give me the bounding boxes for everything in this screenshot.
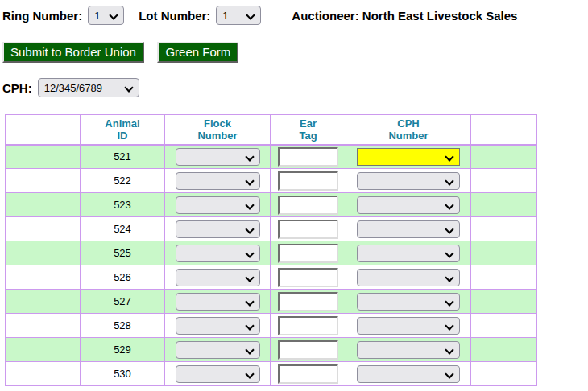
column-header-flock-number: Flock Number [165,115,271,145]
flock-number-select-wrap [176,365,260,383]
cph-number-cell [346,265,471,290]
flock-number-cell [165,145,271,169]
flock-number-select-wrap [176,196,260,214]
flock-number-select[interactable] [176,148,260,166]
flock-number-select[interactable] [176,220,260,238]
cph-number-select-wrap [357,341,460,359]
flock-number-select-wrap [176,220,260,238]
action-buttons: Submit to Border Union Green Form [2,42,588,63]
table-header-row: Animal IDFlock NumberEar TagCPH Number [6,115,537,145]
row-spacer-cell-right [471,265,537,290]
cph-number-select[interactable] [357,293,460,311]
ear-tag-input[interactable] [278,316,338,335]
flock-number-cell [165,314,271,338]
ear-tag-input[interactable] [278,292,338,311]
table-row: 526 [6,265,537,290]
column-header-animal-id: Animal ID [81,115,165,145]
flock-number-cell [165,193,271,217]
flock-number-select-wrap [176,172,260,190]
cph-number-cell [346,290,471,314]
flock-number-select[interactable] [176,293,260,311]
ear-tag-input[interactable] [278,244,338,263]
flock-number-cell [165,338,271,362]
green-form-button[interactable]: Green Form [157,42,238,63]
flock-number-select[interactable] [176,172,260,190]
ring-number-label: Ring Number: [2,9,82,23]
animal-id-cell: 527 [81,290,165,314]
cph-number-select[interactable] [357,148,460,166]
flock-number-select[interactable] [176,245,260,262]
cph-number-select[interactable] [357,172,460,190]
cph-number-cell [346,217,471,241]
animal-id-cell: 521 [81,145,165,169]
cph-number-select-wrap [357,293,460,311]
ear-tag-input[interactable] [278,196,338,215]
ring-number-select-wrap: 1 [88,6,124,25]
animal-id-cell: 523 [81,193,165,217]
flock-number-select[interactable] [176,341,260,359]
flock-number-select-wrap [176,269,260,286]
ear-tag-cell [271,290,346,314]
cph-number-select[interactable] [357,245,460,262]
cph-number-select[interactable] [357,317,460,335]
cph-main-select[interactable]: 12/345/6789 [38,78,139,97]
ear-tag-input[interactable] [278,340,338,360]
ear-tag-input[interactable] [278,171,338,191]
cph-number-select-wrap [357,245,460,262]
ear-tag-input[interactable] [278,220,338,239]
column-header-ear-tag: Ear Tag [271,115,346,145]
table-row: 525 [6,241,537,265]
cph-number-select-wrap [357,148,460,166]
animal-id-cell: 522 [81,169,165,193]
row-spacer-cell-right [471,193,537,217]
table-row: 527 [6,290,537,314]
flock-number-select[interactable] [176,196,260,214]
topbar: Ring Number: 1 Lot Number: 1 Auctioneer:… [2,6,588,25]
ear-tag-cell [271,169,346,193]
column-header-spacer-5 [471,115,537,145]
table-row: 521 [6,145,537,169]
flock-number-select[interactable] [176,317,260,335]
animal-id-cell: 526 [81,265,165,290]
flock-number-cell [165,362,271,386]
ear-tag-cell [271,362,346,386]
cph-number-select-wrap [357,172,460,190]
row-spacer-cell-right [471,290,537,314]
auctioneer-label: Auctioneer: North East Livestock Sales [292,9,517,23]
animal-id-cell: 529 [81,338,165,362]
ear-tag-cell [271,241,346,265]
flock-number-select[interactable] [176,365,260,383]
ear-tag-cell [271,265,346,290]
cph-number-select[interactable] [357,269,460,286]
cph-number-select[interactable] [357,196,460,214]
ring-number-select[interactable]: 1 [88,6,124,25]
cph-number-select[interactable] [357,365,460,383]
flock-number-cell [165,265,271,290]
flock-number-select-wrap [176,293,260,311]
cph-number-select[interactable] [357,220,460,238]
ear-tag-input[interactable] [278,364,338,384]
flock-number-select[interactable] [176,269,260,286]
table-row: 522 [6,169,537,193]
row-spacer-cell-left [6,193,81,217]
submit-border-union-button[interactable]: Submit to Border Union [2,42,144,63]
cph-number-cell [346,314,471,338]
lot-number-label: Lot Number: [139,9,210,23]
animal-id-cell: 525 [81,241,165,265]
row-spacer-cell-left [6,290,81,314]
lot-number-select[interactable]: 1 [216,6,261,25]
cph-number-select[interactable] [357,341,460,359]
animal-id-cell: 524 [81,217,165,241]
row-spacer-cell-right [471,314,537,338]
ear-tag-input[interactable] [278,147,338,167]
flock-number-select-wrap [176,245,260,262]
cph-select-wrap: 12/345/6789 [38,78,139,97]
ear-tag-input[interactable] [278,268,338,287]
table-row: 528 [6,314,537,338]
row-spacer-cell-right [471,145,537,169]
row-spacer-cell-right [471,169,537,193]
cph-number-select-wrap [357,269,460,286]
cph-number-select-wrap [357,196,460,214]
animal-id-cell: 530 [81,362,165,386]
table-row: 529 [6,338,537,362]
